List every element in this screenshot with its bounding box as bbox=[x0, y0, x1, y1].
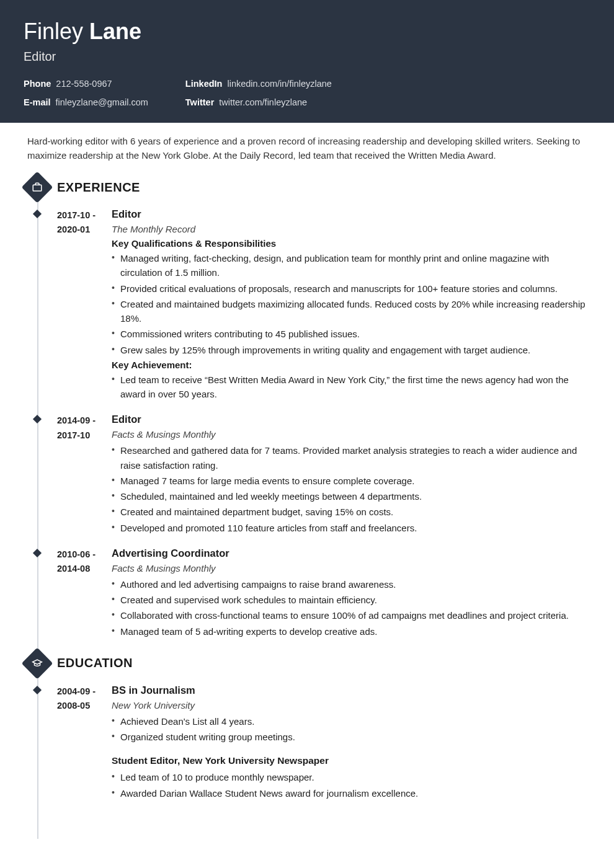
entry-company: New York University bbox=[112, 700, 590, 711]
entry-company: Facts & Musings Monthly bbox=[112, 429, 590, 440]
bullet-item: Commissioned writers contributing to 45 … bbox=[112, 327, 590, 341]
experience-entry: 2014-09 -2017-10EditorFacts & Musings Mo… bbox=[57, 414, 590, 536]
contact-email: E-mail finleyzlane@gmail.com bbox=[24, 96, 148, 108]
entry-company: The Monthly Record bbox=[112, 224, 590, 234]
achievement-header: Key Achievement: bbox=[112, 360, 590, 370]
bullet-item: Managed 7 teams for large media events t… bbox=[112, 474, 590, 488]
education-section: EDUCATION 2004-09 -2008-05BS in Journali… bbox=[57, 652, 590, 802]
bullet-item: Created and maintained budgets maximizin… bbox=[112, 297, 590, 326]
education-entry: 2004-09 -2008-05BS in JournalismNew York… bbox=[57, 684, 590, 802]
entry-body: EditorThe Monthly RecordKey Qualificatio… bbox=[112, 208, 590, 402]
contact-phone: Phone 212-558-0967 bbox=[24, 78, 148, 90]
entry-body: Advertising CoordinatorFacts & Musings M… bbox=[112, 547, 590, 640]
person-name: Finley Lane bbox=[24, 19, 590, 45]
timeline-line bbox=[37, 185, 38, 839]
email-value: finleyzlane@gmail.com bbox=[56, 96, 148, 108]
entry-company: Facts & Musings Monthly bbox=[112, 563, 590, 574]
bullet-item: Led team of 10 to produce monthly newspa… bbox=[112, 770, 590, 784]
entry-body: EditorFacts & Musings MonthlyResearched … bbox=[112, 414, 590, 536]
bullet-item: Researched and gathered data for 7 teams… bbox=[112, 443, 590, 472]
experience-header: EXPERIENCE bbox=[26, 176, 590, 198]
bullet-item: Authored and led advertising campaigns t… bbox=[112, 577, 590, 591]
entry-title: Advertising Coordinator bbox=[112, 547, 590, 559]
job-title: Editor bbox=[24, 50, 590, 64]
date-start: 2004-09 - bbox=[57, 684, 112, 699]
bullet-list: Authored and led advertising campaigns t… bbox=[112, 577, 590, 639]
linkedin-label: LinkedIn bbox=[185, 78, 223, 90]
date-start: 2017-10 - bbox=[57, 208, 112, 223]
timeline-marker bbox=[33, 415, 42, 423]
graduation-cap-icon bbox=[22, 647, 53, 679]
summary-text: Hard-working editor with 6 years of expe… bbox=[27, 134, 590, 163]
briefcase-icon bbox=[22, 172, 53, 203]
date-start: 2014-09 - bbox=[57, 414, 112, 428]
bullet-item: Managed writing, fact-checking, design, … bbox=[112, 251, 590, 280]
timeline-marker bbox=[33, 210, 42, 218]
bullet-item: Managed team of 5 ad-writing experts to … bbox=[112, 624, 590, 639]
bullet-list: Led team of 10 to produce monthly newspa… bbox=[112, 770, 590, 800]
sub-entry: Student Editor, New York University News… bbox=[112, 755, 590, 800]
twitter-label: Twitter bbox=[185, 96, 214, 108]
education-title: EDUCATION bbox=[57, 656, 133, 670]
education-header: EDUCATION bbox=[26, 652, 590, 675]
entry-dates: 2014-09 -2017-10 bbox=[57, 414, 112, 536]
timeline-marker bbox=[33, 549, 42, 557]
bullet-list: Researched and gathered data for 7 teams… bbox=[112, 443, 590, 535]
last-name: Lane bbox=[89, 19, 141, 44]
entry-dates: 2017-10 -2020-01 bbox=[57, 208, 112, 402]
bullet-item: Grew sales by 125% through improvements … bbox=[112, 343, 590, 357]
date-start: 2010-06 - bbox=[57, 547, 112, 562]
date-end: 2008-05 bbox=[57, 699, 112, 713]
resume-body: Hard-working editor with 6 years of expe… bbox=[0, 123, 614, 839]
bullet-list: Achieved Dean's List all 4 years.Organiz… bbox=[112, 714, 590, 745]
qualifications-header: Key Qualifications & Responsibilities bbox=[112, 238, 590, 249]
bullet-item: Awarded Darian Wallace Student News awar… bbox=[112, 786, 590, 800]
bullet-item: Collaborated with cross-functional teams… bbox=[112, 608, 590, 622]
entry-title: BS in Journalism bbox=[112, 684, 590, 696]
entry-dates: 2010-06 -2014-08 bbox=[57, 547, 112, 640]
resume-header: Finley Lane Editor Phone 212-558-0967 E-… bbox=[0, 0, 614, 123]
entry-dates: 2004-09 -2008-05 bbox=[57, 684, 112, 802]
bullet-list: Managed writing, fact-checking, design, … bbox=[112, 251, 590, 357]
phone-value: 212-558-0967 bbox=[56, 78, 112, 90]
bullet-item: Created and supervised work schedules to… bbox=[112, 593, 590, 607]
sub-entry-title: Student Editor, New York University News… bbox=[112, 755, 590, 766]
entry-body: BS in JournalismNew York UniversityAchie… bbox=[112, 684, 590, 802]
contact-info: Phone 212-558-0967 E-mail finleyzlane@gm… bbox=[24, 78, 590, 109]
first-name: Finley bbox=[24, 19, 83, 44]
bullet-item: Organized student writing group meetings… bbox=[112, 730, 590, 744]
linkedin-value: linkedin.com/in/finleyzlane bbox=[227, 78, 331, 90]
experience-title: EXPERIENCE bbox=[57, 180, 140, 195]
date-end: 2014-08 bbox=[57, 562, 112, 576]
bullet-item: Created and maintained department budget… bbox=[112, 505, 590, 519]
bullet-item: Developed and promoted 110 feature artic… bbox=[112, 521, 590, 535]
contact-twitter: Twitter twitter.com/finleyzlane bbox=[185, 96, 332, 108]
entry-title: Editor bbox=[112, 414, 590, 425]
svg-rect-0 bbox=[33, 185, 42, 191]
bullet-item: Scheduled, maintained and led weekly mee… bbox=[112, 489, 590, 503]
twitter-value: twitter.com/finleyzlane bbox=[219, 96, 307, 108]
experience-section: EXPERIENCE 2017-10 -2020-01EditorThe Mon… bbox=[57, 176, 590, 640]
contact-linkedin: LinkedIn linkedin.com/in/finleyzlane bbox=[185, 78, 332, 90]
experience-entry: 2017-10 -2020-01EditorThe Monthly Record… bbox=[57, 208, 590, 402]
entry-title: Editor bbox=[112, 208, 590, 220]
date-end: 2020-01 bbox=[57, 223, 112, 237]
date-end: 2017-10 bbox=[57, 428, 112, 443]
achievement-list: Led team to receive “Best Written Media … bbox=[112, 373, 590, 402]
email-label: E-mail bbox=[24, 96, 51, 108]
bullet-item: Achieved Dean's List all 4 years. bbox=[112, 714, 590, 728]
bullet-item: Provided critical evaluations of proposa… bbox=[112, 281, 590, 296]
timeline-marker bbox=[33, 686, 42, 694]
bullet-item: Led team to receive “Best Written Media … bbox=[112, 373, 590, 402]
experience-entry: 2010-06 -2014-08Advertising CoordinatorF… bbox=[57, 547, 590, 640]
phone-label: Phone bbox=[24, 78, 51, 90]
